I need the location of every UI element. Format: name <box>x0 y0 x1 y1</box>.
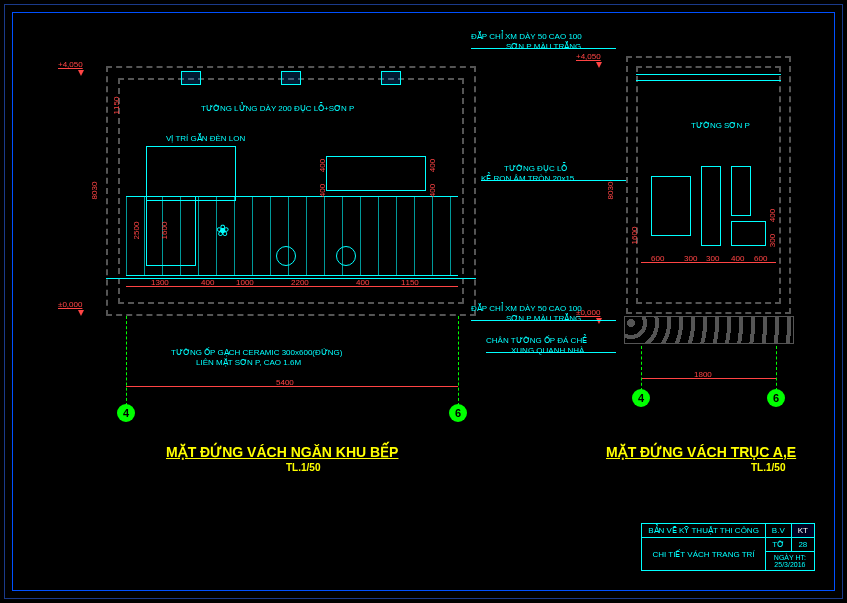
opening <box>146 146 236 201</box>
dim: 400 <box>768 209 777 222</box>
tb-doc-type: BẢN VẼ KỸ THUẬT THI CÔNG <box>642 524 766 538</box>
drawing-title-left: MẶT ĐỨNG VÁCH NGĂN KHU BẾP <box>166 444 398 460</box>
annotation: TƯỜNG SƠN P <box>691 121 750 130</box>
dim: 600 <box>754 254 767 263</box>
dim: 600 <box>651 254 664 263</box>
axis-line <box>458 316 459 406</box>
dim: 1150 <box>401 278 419 287</box>
drawing-right: TƯỜNG SƠN P +4,050 ±0,000 8030 1600 400 … <box>596 36 806 436</box>
dim-total-w: 1800 <box>694 370 712 379</box>
axis-marker: 6 <box>767 389 785 407</box>
tb-kt: KT <box>791 524 814 538</box>
dim: 300 <box>684 254 697 263</box>
annotation: KẺ RON ÂM TRÒN 20x15 <box>481 174 574 183</box>
axis-marker: 4 <box>117 404 135 422</box>
drawing-scale-left: TL.1/50 <box>286 462 320 473</box>
opening <box>731 221 766 246</box>
axis-line <box>126 316 127 406</box>
opening <box>731 166 751 216</box>
annotation: ĐẮP CHỈ XM DÀY 50 CAO 100 <box>471 304 582 313</box>
basin-icon <box>276 246 296 266</box>
opening <box>326 156 426 191</box>
annotation: TƯỜNG ĐỤC LỖ <box>504 164 567 173</box>
annotation: TƯỜNG ỐP GẠCH CERAMIC 300x600(ĐỨNG) <box>171 348 342 357</box>
dim: 1600 <box>630 227 639 245</box>
annotation: TƯỜNG LỬNG DÀY 200 ĐỤC LỖ+SƠN P <box>201 104 354 113</box>
dim: 300 <box>768 234 777 247</box>
dim: 8030 <box>606 182 615 200</box>
axis-line <box>776 346 777 391</box>
opening <box>701 166 721 246</box>
tb-bv-label: B.V <box>765 524 791 538</box>
elev-top: +4,050 <box>576 52 601 61</box>
annotation: CHÂN TƯỜNG ỐP ĐÁ CHẺ <box>486 336 587 345</box>
dim: 400 <box>201 278 214 287</box>
stone-footing <box>624 316 794 344</box>
axis-line <box>641 346 642 391</box>
dim-total-w: 5400 <box>276 378 294 387</box>
tb-drawing-name: CHI TIẾT VÁCH TRANG TRÍ <box>642 538 766 571</box>
dim: 400 <box>318 184 327 197</box>
tb-date: 25/3/2016 <box>774 561 805 568</box>
annotation: ĐẮP CHỈ XM DÀY 50 CAO 100 <box>471 32 582 41</box>
dim: 400 <box>318 159 327 172</box>
annotation: LIÊN MẶT SƠN P, CAO 1.6M <box>196 358 301 367</box>
panel <box>146 196 196 266</box>
elev-bot: ±0,000 <box>58 300 82 309</box>
dim: 400 <box>428 159 437 172</box>
tb-sheet-no: 28 <box>791 538 814 552</box>
dim: 1150 <box>112 97 121 115</box>
dim: 300 <box>706 254 719 263</box>
basin-icon <box>336 246 356 266</box>
plant-icon: ❀ <box>216 221 229 240</box>
title-block: BẢN VẼ KỸ THUẬT THI CÔNG B.V KT CHI TIẾT… <box>641 523 815 571</box>
annotation: SƠN P MÀU TRẮNG <box>506 42 581 51</box>
annotation: XUNG QUANH NHÀ <box>511 346 584 355</box>
drawing-left: ❀ +4,050 ±0,000 TƯỜNG LỬNG DÀY 200 ĐỤC L… <box>66 46 476 426</box>
dim: 1000 <box>236 278 254 287</box>
column <box>281 71 301 85</box>
dim: 400 <box>731 254 744 263</box>
dim: 1300 <box>151 278 169 287</box>
tb-date-label: NGÀY HT: <box>774 554 806 561</box>
drawing-scale-right: TL.1/50 <box>751 462 785 473</box>
opening <box>651 176 691 236</box>
dim: 2200 <box>291 278 309 287</box>
dim: 400 <box>428 184 437 197</box>
dim: 1600 <box>160 222 169 240</box>
elev-top: +4,050 <box>58 60 83 69</box>
tb-sheet-label: TỜ <box>765 538 791 552</box>
column <box>381 71 401 85</box>
axis-marker: 6 <box>449 404 467 422</box>
annotation: VỊ TRÍ GẮN ĐÈN LON <box>166 134 245 143</box>
dim: 8030 <box>90 182 99 200</box>
dim: 400 <box>356 278 369 287</box>
column <box>181 71 201 85</box>
annotation: SƠN P MÀU TRẮNG <box>506 314 581 323</box>
drawing-title-right: MẶT ĐỨNG VÁCH TRỤC A,E <box>606 444 796 460</box>
axis-marker: 4 <box>632 389 650 407</box>
dim: 2500 <box>132 222 141 240</box>
